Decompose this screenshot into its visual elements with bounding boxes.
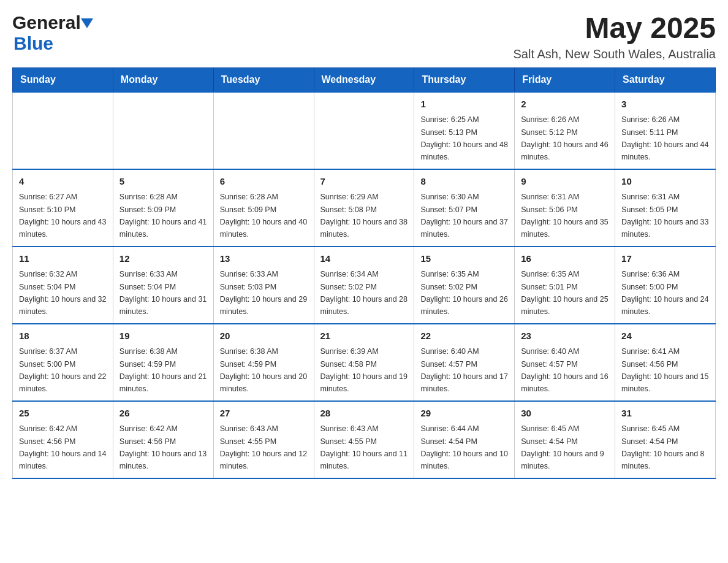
- day-info: Sunrise: 6:25 AMSunset: 5:13 PMDaylight:…: [420, 115, 507, 161]
- day-info: Sunrise: 6:29 AMSunset: 5:08 PMDaylight:…: [320, 193, 408, 239]
- day-of-week-header: Friday: [515, 67, 615, 92]
- logo-blue-text: Blue: [13, 33, 53, 53]
- day-number: 20: [220, 329, 308, 343]
- calendar-day-cell: 11Sunrise: 6:32 AMSunset: 5:04 PMDayligh…: [13, 247, 113, 324]
- calendar-day-cell: 2Sunrise: 6:26 AMSunset: 5:12 PMDaylight…: [515, 92, 615, 169]
- day-number: 10: [621, 175, 709, 189]
- day-info: Sunrise: 6:27 AMSunset: 5:10 PMDaylight:…: [19, 193, 106, 239]
- calendar-day-cell: 31Sunrise: 6:45 AMSunset: 4:54 PMDayligh…: [615, 401, 716, 478]
- calendar-day-cell: 21Sunrise: 6:39 AMSunset: 4:58 PMDayligh…: [314, 324, 414, 401]
- calendar-day-cell: 6Sunrise: 6:28 AMSunset: 5:09 PMDaylight…: [213, 169, 314, 247]
- day-number: 13: [220, 252, 308, 266]
- calendar-day-cell: 18Sunrise: 6:37 AMSunset: 5:00 PMDayligh…: [13, 324, 113, 401]
- calendar-day-cell: 16Sunrise: 6:35 AMSunset: 5:01 PMDayligh…: [515, 247, 615, 324]
- day-info: Sunrise: 6:43 AMSunset: 4:55 PMDaylight:…: [220, 424, 307, 470]
- day-info: Sunrise: 6:26 AMSunset: 5:12 PMDaylight:…: [521, 115, 608, 161]
- day-info: Sunrise: 6:31 AMSunset: 5:06 PMDaylight:…: [521, 193, 608, 239]
- day-number: 8: [420, 175, 508, 189]
- day-info: Sunrise: 6:38 AMSunset: 4:59 PMDaylight:…: [119, 347, 207, 393]
- day-info: Sunrise: 6:38 AMSunset: 4:59 PMDaylight:…: [220, 347, 307, 393]
- day-number: 27: [220, 407, 308, 421]
- day-of-week-header: Wednesday: [314, 67, 414, 92]
- day-number: 6: [220, 175, 308, 189]
- calendar-day-cell: 5Sunrise: 6:28 AMSunset: 5:09 PMDaylight…: [113, 169, 213, 247]
- calendar-day-cell: 19Sunrise: 6:38 AMSunset: 4:59 PMDayligh…: [113, 324, 213, 401]
- logo-triangle-icon: [81, 18, 93, 28]
- day-info: Sunrise: 6:33 AMSunset: 5:04 PMDaylight:…: [119, 270, 207, 316]
- calendar-day-cell: 20Sunrise: 6:38 AMSunset: 4:59 PMDayligh…: [213, 324, 314, 401]
- calendar-day-cell: 7Sunrise: 6:29 AMSunset: 5:08 PMDaylight…: [314, 169, 414, 247]
- day-number: 11: [19, 252, 107, 266]
- calendar-week-row: 1Sunrise: 6:25 AMSunset: 5:13 PMDaylight…: [13, 92, 716, 169]
- day-number: 23: [521, 329, 609, 343]
- day-number: 9: [521, 175, 609, 189]
- calendar-table: SundayMondayTuesdayWednesdayThursdayFrid…: [12, 67, 716, 479]
- calendar-day-cell: 27Sunrise: 6:43 AMSunset: 4:55 PMDayligh…: [213, 401, 314, 478]
- calendar-day-cell: 30Sunrise: 6:45 AMSunset: 4:54 PMDayligh…: [515, 401, 615, 478]
- page-header: General Blue May 2025 Salt Ash, New Sout…: [12, 12, 716, 61]
- day-number: 24: [621, 329, 709, 343]
- location-subtitle: Salt Ash, New South Wales, Australia: [513, 47, 716, 61]
- day-info: Sunrise: 6:31 AMSunset: 5:05 PMDaylight:…: [621, 193, 708, 239]
- logo: General Blue: [12, 12, 93, 54]
- day-number: 25: [19, 407, 107, 421]
- day-of-week-header: Thursday: [414, 67, 515, 92]
- day-info: Sunrise: 6:30 AMSunset: 5:07 PMDaylight:…: [420, 193, 507, 239]
- month-year-title: May 2025: [513, 12, 716, 45]
- day-info: Sunrise: 6:28 AMSunset: 5:09 PMDaylight:…: [220, 193, 307, 239]
- day-number: 15: [420, 252, 508, 266]
- day-number: 7: [320, 175, 408, 189]
- calendar-day-cell: 28Sunrise: 6:43 AMSunset: 4:55 PMDayligh…: [314, 401, 414, 478]
- calendar-day-cell: 17Sunrise: 6:36 AMSunset: 5:00 PMDayligh…: [615, 247, 716, 324]
- day-number: 30: [521, 407, 609, 421]
- day-info: Sunrise: 6:34 AMSunset: 5:02 PMDaylight:…: [320, 270, 408, 316]
- calendar-day-cell: [213, 92, 314, 169]
- calendar-day-cell: 3Sunrise: 6:26 AMSunset: 5:11 PMDaylight…: [615, 92, 716, 169]
- logo-general-text: General: [12, 12, 81, 33]
- day-number: 28: [320, 407, 408, 421]
- day-number: 12: [119, 252, 207, 266]
- calendar-week-row: 18Sunrise: 6:37 AMSunset: 5:00 PMDayligh…: [13, 324, 716, 401]
- calendar-week-row: 11Sunrise: 6:32 AMSunset: 5:04 PMDayligh…: [13, 247, 716, 324]
- header-row: SundayMondayTuesdayWednesdayThursdayFrid…: [13, 67, 716, 92]
- day-number: 18: [19, 329, 107, 343]
- day-info: Sunrise: 6:26 AMSunset: 5:11 PMDaylight:…: [621, 115, 708, 161]
- day-number: 31: [621, 407, 709, 421]
- day-info: Sunrise: 6:28 AMSunset: 5:09 PMDaylight:…: [119, 193, 207, 239]
- calendar-day-cell: [113, 92, 213, 169]
- day-of-week-header: Sunday: [13, 67, 113, 92]
- day-number: 22: [420, 329, 508, 343]
- day-info: Sunrise: 6:32 AMSunset: 5:04 PMDaylight:…: [19, 270, 106, 316]
- day-number: 1: [420, 98, 508, 112]
- calendar-day-cell: [13, 92, 113, 169]
- calendar-day-cell: [314, 92, 414, 169]
- day-number: 17: [621, 252, 709, 266]
- day-info: Sunrise: 6:33 AMSunset: 5:03 PMDaylight:…: [220, 270, 307, 316]
- day-number: 2: [521, 98, 609, 112]
- calendar-day-cell: 1Sunrise: 6:25 AMSunset: 5:13 PMDaylight…: [414, 92, 515, 169]
- day-info: Sunrise: 6:39 AMSunset: 4:58 PMDaylight:…: [320, 347, 408, 393]
- day-info: Sunrise: 6:42 AMSunset: 4:56 PMDaylight:…: [19, 424, 106, 470]
- calendar-day-cell: 24Sunrise: 6:41 AMSunset: 4:56 PMDayligh…: [615, 324, 716, 401]
- day-of-week-header: Monday: [113, 67, 213, 92]
- day-number: 5: [119, 175, 207, 189]
- calendar-week-row: 25Sunrise: 6:42 AMSunset: 4:56 PMDayligh…: [13, 401, 716, 478]
- calendar-day-cell: 23Sunrise: 6:40 AMSunset: 4:57 PMDayligh…: [515, 324, 615, 401]
- day-info: Sunrise: 6:35 AMSunset: 5:01 PMDaylight:…: [521, 270, 608, 316]
- calendar-body: 1Sunrise: 6:25 AMSunset: 5:13 PMDaylight…: [13, 92, 716, 478]
- day-number: 16: [521, 252, 609, 266]
- day-info: Sunrise: 6:40 AMSunset: 4:57 PMDaylight:…: [521, 347, 608, 393]
- calendar-day-cell: 9Sunrise: 6:31 AMSunset: 5:06 PMDaylight…: [515, 169, 615, 247]
- day-number: 14: [320, 252, 408, 266]
- day-info: Sunrise: 6:41 AMSunset: 4:56 PMDaylight:…: [621, 347, 708, 393]
- calendar-day-cell: 13Sunrise: 6:33 AMSunset: 5:03 PMDayligh…: [213, 247, 314, 324]
- calendar-day-cell: 26Sunrise: 6:42 AMSunset: 4:56 PMDayligh…: [113, 401, 213, 478]
- day-info: Sunrise: 6:35 AMSunset: 5:02 PMDaylight:…: [420, 270, 507, 316]
- day-number: 29: [420, 407, 508, 421]
- calendar-day-cell: 14Sunrise: 6:34 AMSunset: 5:02 PMDayligh…: [314, 247, 414, 324]
- day-info: Sunrise: 6:42 AMSunset: 4:56 PMDaylight:…: [119, 424, 207, 470]
- calendar-day-cell: 25Sunrise: 6:42 AMSunset: 4:56 PMDayligh…: [13, 401, 113, 478]
- calendar-day-cell: 4Sunrise: 6:27 AMSunset: 5:10 PMDaylight…: [13, 169, 113, 247]
- day-info: Sunrise: 6:45 AMSunset: 4:54 PMDaylight:…: [521, 424, 604, 470]
- calendar-day-cell: 22Sunrise: 6:40 AMSunset: 4:57 PMDayligh…: [414, 324, 515, 401]
